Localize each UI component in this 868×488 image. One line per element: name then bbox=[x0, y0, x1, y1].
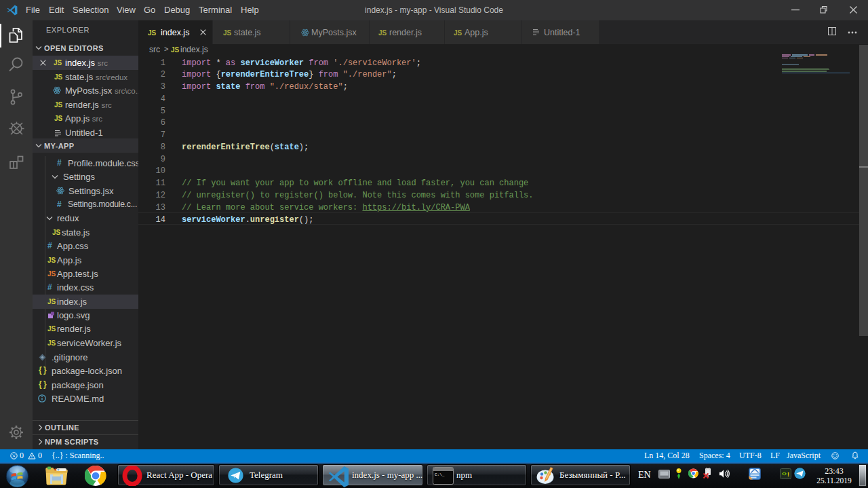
svg-text:!: ! bbox=[787, 471, 789, 478]
svg-text:C:\_: C:\_ bbox=[435, 472, 445, 477]
